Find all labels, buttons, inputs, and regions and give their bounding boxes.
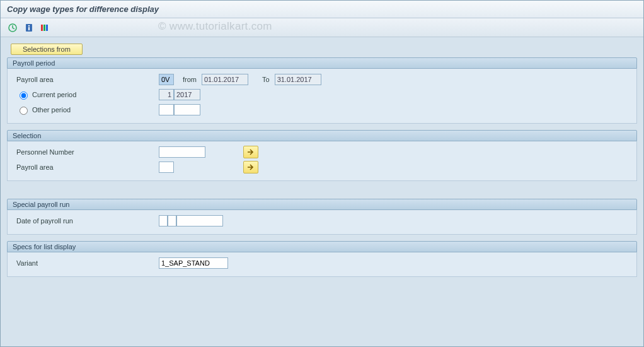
content-area: Selections from Payroll period Payroll a… bbox=[1, 37, 643, 346]
page-title: Copy wage types for difference display bbox=[7, 4, 159, 14]
payroll-run-code1[interactable] bbox=[159, 215, 168, 226]
current-period-year bbox=[174, 89, 200, 100]
svg-rect-2 bbox=[28, 25, 30, 26]
variant-icon bbox=[40, 23, 50, 32]
variant-button[interactable] bbox=[38, 21, 52, 34]
payroll-run-code2[interactable] bbox=[168, 215, 176, 226]
app-window: Copy wage types for difference display ©… bbox=[0, 0, 644, 347]
from-label: from bbox=[183, 76, 197, 83]
group-body-selection: Personnel Number Payroll area bbox=[7, 141, 637, 181]
variant-input[interactable] bbox=[159, 257, 228, 269]
other-period-number[interactable] bbox=[159, 104, 174, 115]
svg-rect-4 bbox=[41, 25, 43, 31]
info-button[interactable] bbox=[22, 21, 36, 34]
current-period-label: Current period bbox=[32, 91, 76, 98]
group-header-specs-list-display: Specs for list display bbox=[7, 241, 637, 252]
execute-button[interactable] bbox=[6, 21, 20, 34]
group-selection: Selection Personnel Number Payroll area bbox=[7, 130, 637, 181]
group-body-specs-list-display: Variant bbox=[7, 252, 637, 277]
selections-from-label: Selections from bbox=[23, 45, 71, 53]
to-date-input bbox=[275, 74, 321, 85]
clock-execute-icon bbox=[8, 23, 18, 33]
sel-payroll-area-input[interactable] bbox=[159, 162, 174, 173]
personnel-number-multiple-button[interactable] bbox=[243, 146, 258, 158]
current-period-radio[interactable] bbox=[20, 91, 28, 100]
arrow-right-icon bbox=[247, 149, 255, 155]
payroll-run-date[interactable] bbox=[176, 215, 223, 226]
info-icon bbox=[25, 23, 33, 32]
arrow-right-icon bbox=[247, 164, 255, 170]
svg-rect-6 bbox=[46, 25, 48, 31]
group-body-special-payroll-run: Date of payroll run bbox=[7, 210, 637, 235]
to-label: To bbox=[262, 76, 270, 83]
svg-rect-3 bbox=[28, 27, 30, 30]
app-toolbar: © www.tutorialkart.com bbox=[1, 18, 643, 37]
group-body-payroll-period: Payroll area from To Current period bbox=[7, 69, 637, 124]
other-period-label: Other period bbox=[32, 106, 71, 114]
group-header-selection: Selection bbox=[7, 130, 637, 141]
other-period-radio[interactable] bbox=[20, 107, 28, 115]
payroll-area-input[interactable] bbox=[159, 74, 174, 85]
current-period-number bbox=[159, 89, 174, 100]
group-header-special-payroll-run: Special payroll run bbox=[7, 199, 637, 210]
payroll-area-label: Payroll area bbox=[14, 76, 159, 83]
sel-payroll-area-multiple-button[interactable] bbox=[243, 161, 258, 174]
selections-from-button[interactable]: Selections from bbox=[11, 44, 83, 55]
group-special-payroll-run: Special payroll run Date of payroll run bbox=[7, 199, 637, 235]
personnel-number-label: Personnel Number bbox=[14, 148, 159, 156]
variant-label: Variant bbox=[14, 259, 159, 267]
svg-rect-5 bbox=[43, 25, 45, 31]
group-specs-list-display: Specs for list display Variant bbox=[7, 241, 637, 277]
date-payroll-run-label: Date of payroll run bbox=[14, 217, 159, 225]
sel-payroll-area-label: Payroll area bbox=[14, 163, 159, 171]
group-header-payroll-period: Payroll period bbox=[7, 57, 637, 69]
title-bar: Copy wage types for difference display bbox=[1, 1, 643, 18]
other-period-year[interactable] bbox=[174, 104, 200, 115]
group-payroll-period: Payroll period Payroll area from To Curr… bbox=[7, 57, 637, 124]
watermark-text: © www.tutorialkart.com bbox=[158, 20, 272, 33]
from-date-input bbox=[202, 74, 248, 85]
personnel-number-input[interactable] bbox=[159, 146, 205, 158]
